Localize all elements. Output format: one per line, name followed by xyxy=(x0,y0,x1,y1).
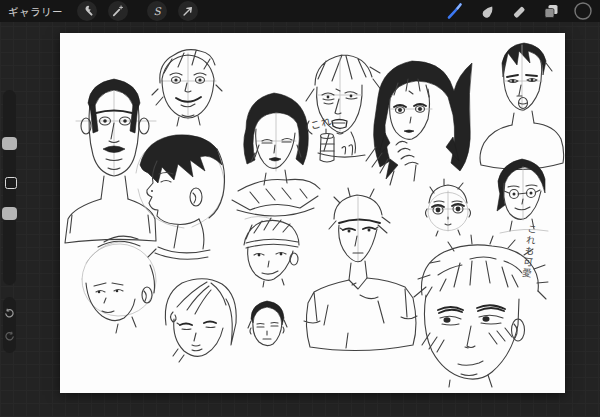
brush-size-slider-handle[interactable] xyxy=(2,137,17,150)
arrow-cursor-icon xyxy=(181,4,195,18)
actions-button[interactable] xyxy=(77,1,97,21)
selection-button[interactable]: S xyxy=(147,1,167,21)
sketch-girl-hand-chin xyxy=(366,61,472,185)
sketch-smiling-face xyxy=(152,50,222,126)
paint-brush-button[interactable] xyxy=(445,1,465,21)
sketch-smirk-glasses xyxy=(497,159,548,233)
top-toolbar: ギャラリー S xyxy=(0,0,600,22)
smudge-button[interactable] xyxy=(477,1,497,21)
opacity-slider-handle[interactable] xyxy=(2,207,17,220)
sketch-layer xyxy=(60,33,565,393)
redo-button[interactable] xyxy=(4,331,15,342)
color-button[interactable] xyxy=(573,1,593,21)
sketch-parted-hair-down xyxy=(165,279,236,362)
sketch-tshirt-guy xyxy=(304,188,417,351)
gallery-button[interactable]: ギャラリー xyxy=(8,4,63,19)
color-circle-icon xyxy=(573,1,593,21)
sketch-small-round-face xyxy=(426,179,471,236)
svg-text:S: S xyxy=(153,5,161,17)
sketch-round-head-down xyxy=(82,236,156,333)
magic-wand-icon xyxy=(111,4,125,18)
undo-button[interactable] xyxy=(4,308,15,319)
sketch-bob-scarf xyxy=(232,93,320,219)
adjustments-button[interactable] xyxy=(108,1,128,21)
procreate-window: ギャラリー S xyxy=(0,0,600,417)
smudge-finger-icon xyxy=(478,2,496,20)
modify-button[interactable] xyxy=(5,177,17,189)
sketch-small-dark-head xyxy=(248,301,287,346)
drawing-canvas[interactable]: これ これも可愛 xyxy=(60,33,565,393)
sketch-boy-cloak xyxy=(480,43,564,170)
undo-redo-group xyxy=(3,297,16,353)
layers-icon xyxy=(542,2,560,20)
sketch-goggles-boy xyxy=(244,218,299,287)
sidebar-slider-track[interactable] xyxy=(3,90,16,285)
wrench-icon xyxy=(80,4,94,18)
layers-button[interactable] xyxy=(541,1,561,21)
paintbrush-icon xyxy=(445,1,465,21)
transform-button[interactable] xyxy=(178,1,198,21)
paint-tools-group xyxy=(445,1,593,21)
selection-s-icon: S xyxy=(150,4,164,18)
erase-button[interactable] xyxy=(509,1,529,21)
sketch-tired-blond xyxy=(306,55,382,157)
eraser-icon xyxy=(510,2,528,20)
